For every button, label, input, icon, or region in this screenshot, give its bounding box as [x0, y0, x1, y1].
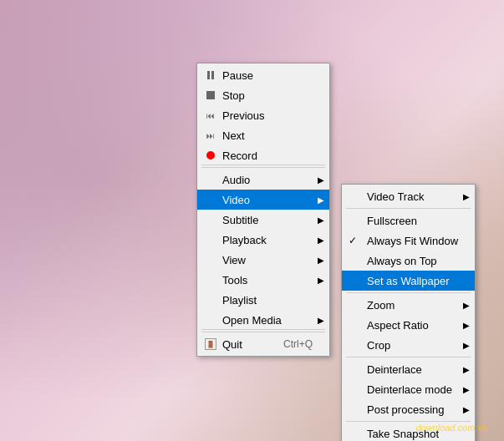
crop-label: Crop	[367, 339, 390, 352]
menu-item-record[interactable]: Record	[197, 145, 329, 165]
view-arrow: ▶	[318, 256, 324, 265]
zoom-arrow: ▶	[463, 301, 470, 310]
tools-label: Tools	[222, 274, 247, 286]
aspect-ratio-label: Aspect Ratio	[367, 319, 429, 332]
submenu-item-set-wallpaper[interactable]: Set as Wallpaper	[342, 271, 475, 291]
deinterlace-mode-arrow: ▶	[463, 385, 470, 394]
submenu-item-zoom[interactable]: Zoom ▶	[342, 295, 475, 315]
menu-item-playback[interactable]: Playback ▶	[197, 230, 329, 250]
previous-label: Previous	[222, 109, 265, 122]
always-fit-check: ✓	[349, 235, 357, 246]
subtitle-label: Subtitle	[222, 214, 258, 226]
set-wallpaper-label: Set as Wallpaper	[367, 275, 450, 287]
stop-label: Stop	[222, 89, 245, 102]
menu-item-tools[interactable]: Tools ▶	[197, 270, 329, 290]
record-icon	[202, 151, 219, 160]
open-media-arrow: ▶	[318, 316, 324, 325]
deinterlace-mode-label: Deinterlace mode	[367, 383, 452, 396]
fullscreen-label: Fullscreen	[367, 215, 417, 227]
video-track-arrow: ▶	[463, 192, 470, 201]
menu-item-playlist[interactable]: Playlist	[197, 290, 329, 310]
video-sep-2	[346, 292, 471, 293]
stop-icon	[202, 91, 219, 99]
video-sep-4	[346, 421, 471, 422]
separator-2	[201, 332, 325, 332]
submenu-item-always-fit[interactable]: ✓ Always Fit Window	[342, 231, 475, 251]
watermark-text: download.com.vn	[415, 423, 487, 433]
post-processing-label: Post processing	[367, 403, 445, 416]
submenu-item-always-on-top[interactable]: Always on Top	[342, 251, 475, 271]
submenu-item-video-track[interactable]: Video Track ▶	[342, 186, 475, 206]
menu-item-subtitle[interactable]: Subtitle ▶	[197, 210, 329, 230]
video-sep-1	[346, 208, 471, 209]
pause-label: Pause	[222, 69, 253, 82]
playback-label: Playback	[222, 234, 267, 246]
pause-icon	[202, 71, 219, 79]
menu-item-video[interactable]: Video ▶	[197, 190, 329, 210]
submenu-item-crop[interactable]: Crop ▶	[342, 335, 475, 355]
menu-item-stop[interactable]: Stop	[197, 85, 329, 105]
aspect-ratio-arrow: ▶	[463, 321, 470, 330]
video-arrow: ▶	[318, 195, 324, 205]
submenu-item-deinterlace[interactable]: Deinterlace ▶	[342, 359, 475, 379]
deinterlace-arrow: ▶	[463, 365, 470, 374]
submenu-item-fullscreen[interactable]: Fullscreen	[342, 210, 475, 231]
video-submenu: Video Track ▶ Fullscreen ✓ Always Fit Wi…	[341, 184, 476, 441]
separator-1	[201, 167, 325, 168]
video-label: Video	[222, 194, 250, 206]
always-fit-label: Always Fit Window	[367, 235, 458, 247]
main-context-menu: Pause Stop ⏮ Previous ⏭ Next Record Audi…	[196, 63, 330, 357]
playlist-label: Playlist	[222, 294, 257, 307]
playback-arrow: ▶	[318, 236, 324, 245]
video-track-label: Video Track	[367, 190, 424, 203]
video-sep-3	[346, 357, 471, 357]
watermark: download.com.vn	[415, 423, 487, 433]
record-label: Record	[222, 150, 257, 162]
subtitle-arrow: ▶	[318, 215, 324, 225]
menu-item-next[interactable]: ⏭ Next	[197, 125, 329, 145]
always-on-top-label: Always on Top	[367, 255, 437, 267]
zoom-label: Zoom	[367, 299, 395, 312]
next-label: Next	[222, 129, 245, 142]
submenu-item-deinterlace-mode[interactable]: Deinterlace mode ▶	[342, 379, 475, 399]
menu-item-view[interactable]: View ▶	[197, 250, 329, 270]
menu-item-open-media[interactable]: Open Media ▶	[197, 310, 329, 330]
audio-arrow: ▶	[318, 175, 324, 185]
previous-icon: ⏮	[202, 111, 219, 120]
crop-arrow: ▶	[463, 341, 470, 350]
menu-item-pause[interactable]: Pause	[197, 65, 329, 85]
quit-label: Quit	[222, 338, 242, 351]
open-media-label: Open Media	[222, 314, 282, 327]
quit-shortcut: Ctrl+Q	[258, 338, 313, 350]
menu-item-quit[interactable]: 🚪 Quit Ctrl+Q	[197, 334, 329, 354]
tools-arrow: ▶	[318, 276, 324, 285]
view-label: View	[222, 254, 246, 266]
menu-item-previous[interactable]: ⏮ Previous	[197, 105, 329, 125]
submenu-item-post-processing[interactable]: Post processing ▶	[342, 399, 475, 419]
menu-item-audio[interactable]: Audio ▶	[197, 170, 329, 190]
audio-label: Audio	[222, 174, 250, 186]
submenu-item-aspect-ratio[interactable]: Aspect Ratio ▶	[342, 315, 475, 335]
post-processing-arrow: ▶	[463, 405, 470, 414]
next-icon: ⏭	[202, 131, 219, 140]
deinterlace-label: Deinterlace	[367, 363, 422, 376]
quit-icon: 🚪	[202, 338, 219, 350]
